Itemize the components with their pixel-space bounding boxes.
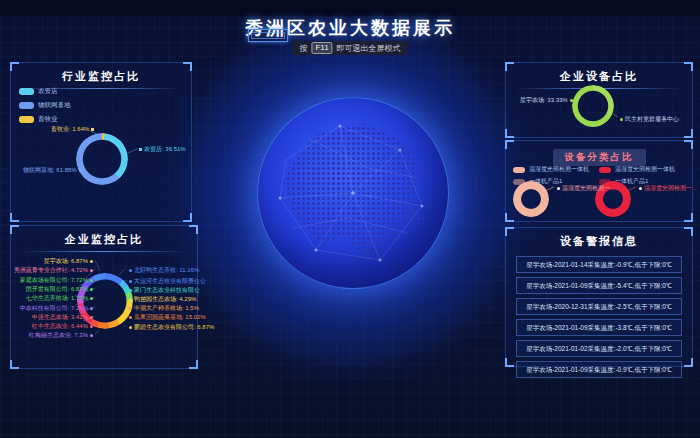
alarm-panel-title: 设备警报信息 [506, 234, 692, 249]
dashboard: 秀洲区农业大数据展示 按 F11 即可退出全屏模式 行业监控占比 农资店 物联网… [0, 0, 700, 438]
alarm-row: 星宇农场-2021-01-14采集温度:-0.9℃,低于下限:0℃ [516, 256, 682, 273]
chart-label: 中农科技有限公司: 7.29% [20, 304, 93, 313]
chart-label: 秀洲蔬青专业合作社: 4.72% [14, 266, 93, 275]
panel-classification-ratio: 设备分类占比 温湿度光照检测一体机 一体机产品1 温湿度光照检测一体机 一体机产… [505, 140, 693, 222]
equipment-donut-chart[interactable] [572, 85, 614, 127]
fullscreen-tip: 按 F11 即可退出全屏模式 [292, 41, 407, 55]
chart-label: 瓜果沼园蔬菜基地: 15.02% [129, 313, 206, 322]
chart-label: 温湿度光照检测一... [557, 184, 615, 193]
alarm-row: 星宇农场-2021-01-09采集温度:-3.8℃,低于下限:0℃ [516, 319, 682, 336]
legend-swatch [513, 167, 525, 173]
chart-label: 星宇农场: 33.33% [520, 96, 573, 105]
chart-label: 红丰生态农业: 6.44% [32, 322, 93, 331]
tip-suffix: 即可退出全屏模式 [337, 43, 401, 54]
legend-label: 温湿度光照检测一体机 [529, 165, 589, 174]
chart-label: 丰潮大产种养殖场: 1.5% [129, 304, 199, 313]
alarm-row: 星宇农场-2021-01-09采集温度:-0.9℃,低于下限:0℃ [516, 361, 682, 378]
chart-label: 国开发有限公司: 6.87% [26, 285, 93, 294]
chart-label: 申强生态农场: 3.42% [32, 313, 93, 322]
tip-prefix: 按 [299, 43, 307, 54]
chart-label: 温湿度光照检测一... [639, 184, 697, 193]
classification-panel-title: 设备分类占比 [553, 149, 646, 166]
chart-label: 聚门生态农业科技有限公 [129, 286, 200, 295]
chart-label: 七华生态养殖场: 1.72% [26, 294, 93, 303]
legend-item[interactable]: 物联网基地 [19, 101, 71, 110]
legend-label: 物联网基地 [38, 101, 71, 110]
chart-label: 畜牧业: 1.64% [51, 125, 94, 134]
legend-item[interactable]: 温湿度光照检测一体机 [513, 165, 589, 174]
panel-industry-monitor: 行业监控占比 农资店 物联网基地 畜牧业 畜牧业: [10, 62, 192, 222]
equipment-panel-title: 企业设备占比 [506, 69, 692, 84]
chart-label: 鸭苗园生态农场: 4.29% [129, 295, 196, 304]
chart-label: 物联网基地: 61.85% [23, 166, 82, 175]
globe-network-lines [258, 98, 448, 288]
chart-label: 大运河生态牧业有限责任公 [129, 277, 206, 286]
legend-item[interactable]: 温湿度光照检测一体机 [599, 165, 675, 174]
legend-swatch [19, 88, 34, 95]
industry-legend: 农资店 物联网基地 畜牧业 [19, 87, 71, 129]
legend-label: 畜牧业 [38, 115, 58, 124]
alarm-row: 星宇农场-2021-01-02采集温度:-2.0℃,低于下限:0℃ [516, 340, 682, 357]
panel-equipment-ratio: 企业设备占比 星宇农场: 33.33% 民主村党群服务中心: [505, 62, 693, 138]
page-title: 秀洲区农业大数据展示 [0, 16, 700, 40]
f11-key-badge: F11 [311, 42, 332, 54]
chart-label: 家庭农场有限公司: 7.72% [20, 276, 93, 285]
legend-item[interactable]: 农资店 [19, 87, 71, 96]
chart-label: 星宇农场: 6.87% [44, 257, 93, 266]
legend-swatch [19, 102, 34, 109]
chart-label: 红梅丽生态农业: 7.3% [29, 331, 93, 340]
chart-label: 鹏碧生态农业有限公司: 6.87% [129, 323, 214, 332]
classification-left-donut[interactable] [513, 181, 549, 217]
legend-label: 农资店 [38, 87, 58, 96]
industry-donut-chart[interactable] [76, 133, 128, 185]
globe [257, 97, 449, 289]
alarm-row: 星宇农场-2021-01-09采集温度:-5.4℃,低于下限:0℃ [516, 277, 682, 294]
chart-label: 农资店: 36.51% [139, 145, 186, 154]
enterprise-panel-title: 企业监控占比 [11, 232, 197, 247]
panel-alarm-info: 设备警报信息 星宇农场-2021-01-14采集温度:-0.9℃,低于下限:0℃… [505, 227, 693, 367]
chart-label: 北好鸭生态养殖: 11.16% [129, 266, 199, 275]
panel-enterprise-monitor: 企业监控占比 星宇农场: 6.87% 秀洲蔬青专业合作社: 4.72% 家庭农场… [10, 225, 198, 369]
legend-swatch [19, 116, 34, 123]
industry-panel-title: 行业监控占比 [11, 69, 191, 84]
brand-logo [248, 29, 288, 42]
legend-swatch [599, 167, 611, 173]
legend-label: 温湿度光照检测一体机 [615, 165, 675, 174]
chart-label: 民主村党群服务中心: [620, 115, 681, 124]
divider [20, 251, 187, 252]
legend-item[interactable]: 畜牧业 [19, 115, 71, 124]
alarm-row: 星宇农场-2020-12-31采集温度:-2.5℃,低于下限:0℃ [516, 298, 682, 315]
